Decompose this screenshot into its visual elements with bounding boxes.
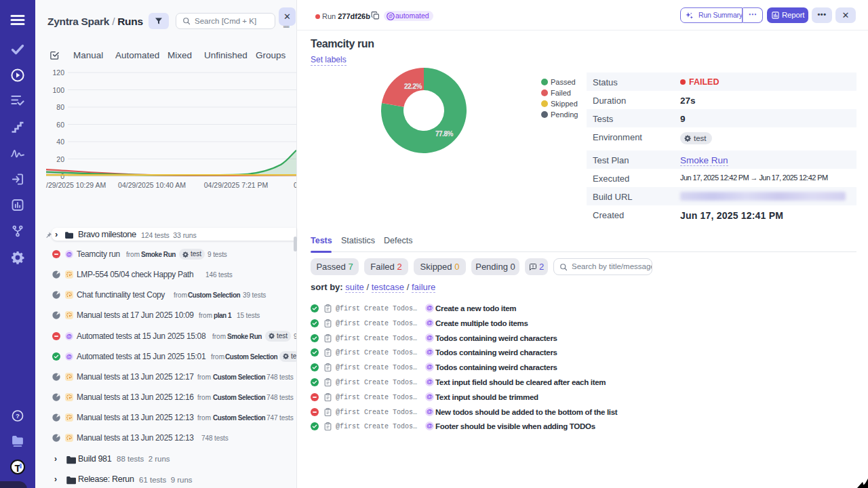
svg-text:120: 120: [52, 68, 64, 77]
svg-text:?: ?: [16, 412, 20, 420]
svg-text:@: @: [427, 378, 433, 385]
svg-text:04/29/2025 10:40 AM: 04/29/2025 10:40 AM: [118, 181, 186, 189]
svg-text:80: 80: [56, 103, 64, 111]
svg-text:@: @: [427, 408, 433, 415]
svg-text:@: @: [427, 319, 433, 326]
svg-text:@: @: [66, 251, 72, 258]
svg-text:@: @: [66, 332, 72, 339]
svg-text:@: @: [427, 349, 433, 356]
svg-text:@: @: [427, 364, 433, 371]
svg-text:@: @: [427, 423, 433, 430]
svg-text:22.2%: 22.2%: [404, 83, 422, 90]
svg-text:@: @: [427, 304, 433, 311]
svg-text:77.8%: 77.8%: [435, 130, 453, 138]
svg-text:@: @: [389, 14, 393, 18]
svg-text:@: @: [427, 334, 433, 341]
svg-text:40: 40: [56, 138, 64, 146]
svg-text:100: 100: [52, 86, 64, 94]
svg-text:@: @: [66, 352, 72, 359]
svg-text:04/29/2025 7:21 PM: 04/29/2025 7:21 PM: [204, 181, 269, 189]
svg-text:@: @: [427, 393, 433, 400]
svg-text:20: 20: [56, 155, 64, 163]
svg-text:60: 60: [56, 121, 64, 129]
svg-text:/29/2025 10:29 AM: /29/2025 10:29 AM: [46, 181, 106, 189]
